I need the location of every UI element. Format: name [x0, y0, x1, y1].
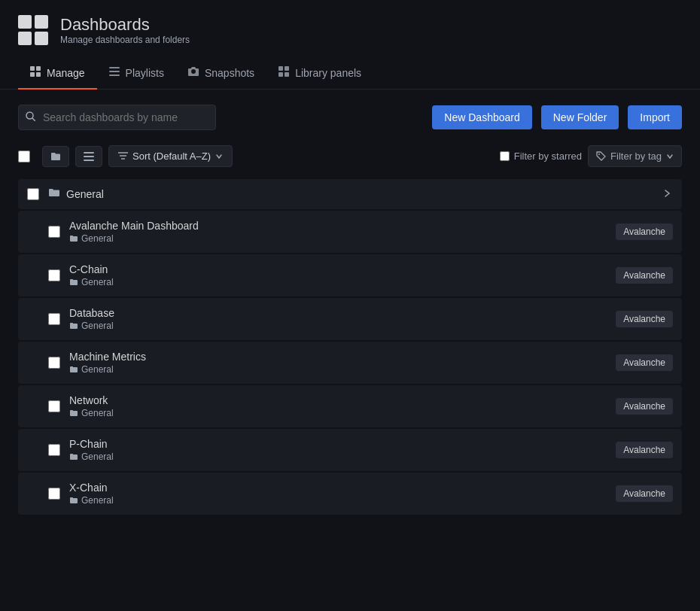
item-name-5: P-Chain: [69, 438, 616, 450]
item-checkbox-3[interactable]: [48, 357, 60, 369]
item-folder-icon-2: [69, 321, 78, 330]
select-all-checkbox[interactable]: [18, 150, 30, 163]
svg-rect-15: [84, 160, 94, 161]
item-checkbox-4[interactable]: [48, 400, 60, 412]
squares-icon: [278, 66, 289, 79]
item-folder-2: General: [69, 321, 616, 331]
item-tag-6: Avalanche: [616, 485, 673, 502]
search-icon: [26, 111, 35, 123]
tab-playlists-label: Playlists: [126, 67, 164, 79]
filter-starred-checkbox[interactable]: [500, 151, 510, 161]
camera-icon: [188, 66, 199, 79]
tab-playlists[interactable]: Playlists: [97, 57, 176, 90]
folder-general[interactable]: General: [18, 179, 682, 209]
list-view-icon: [84, 151, 94, 162]
tab-library-panels[interactable]: Library panels: [266, 57, 373, 90]
folder-chevron-icon: [662, 188, 673, 201]
sort-button[interactable]: Sort (Default A–Z): [108, 145, 233, 167]
item-folder-1: General: [69, 277, 616, 287]
item-checkbox-6[interactable]: [48, 488, 60, 500]
item-tag-3: Avalanche: [616, 354, 673, 371]
tab-bar: Manage Playlists Snapshots: [0, 57, 700, 90]
list-view-button[interactable]: [75, 146, 102, 167]
item-info-0: Avalanche Main Dashboard General: [69, 220, 616, 244]
item-name-2: Database: [69, 307, 616, 319]
item-tag-0: Avalanche: [616, 223, 673, 240]
grid-icon: [30, 66, 41, 79]
svg-rect-13: [84, 152, 94, 154]
list-icon: [109, 66, 120, 79]
svg-rect-3: [36, 72, 41, 77]
new-dashboard-button[interactable]: New Dashboard: [432, 105, 531, 129]
folder-icon: [48, 187, 60, 202]
dashboard-item[interactable]: Avalanche Main Dashboard General Avalanc…: [18, 211, 682, 253]
item-folder-4: General: [69, 408, 616, 418]
filter-tag-button[interactable]: Filter by tag: [588, 145, 682, 167]
dashboard-item[interactable]: Network General Avalanche: [18, 385, 682, 427]
item-checkbox-2[interactable]: [48, 313, 60, 325]
svg-rect-2: [30, 72, 35, 77]
folder-general-name: General: [66, 188, 104, 200]
svg-rect-1: [36, 66, 41, 71]
svg-rect-5: [109, 71, 120, 72]
sort-label: Sort (Default A–Z): [132, 150, 211, 162]
svg-point-19: [598, 154, 600, 155]
dashboard-item[interactable]: Machine Metrics General Avalanche: [18, 342, 682, 384]
item-name-3: Machine Metrics: [69, 351, 616, 363]
svg-rect-4: [109, 67, 120, 68]
dashboard-item[interactable]: P-Chain General Avalanche: [18, 429, 682, 471]
svg-rect-0: [30, 66, 35, 71]
sort-icon: [118, 151, 128, 161]
tab-manage[interactable]: Manage: [18, 57, 97, 90]
tag-icon: [596, 151, 606, 161]
svg-rect-7: [278, 66, 283, 71]
svg-rect-10: [285, 72, 289, 77]
tab-library-panels-label: Library panels: [295, 67, 361, 79]
search-wrapper: [18, 105, 216, 130]
item-tag-5: Avalanche: [616, 442, 673, 458]
item-info-6: X-Chain General: [69, 482, 616, 506]
svg-rect-6: [109, 74, 120, 76]
item-name-0: Avalanche Main Dashboard: [69, 220, 616, 232]
dashboard-items: Avalanche Main Dashboard General Avalanc…: [18, 211, 682, 515]
dashboard-item[interactable]: Database General Avalanche: [18, 298, 682, 340]
item-folder-6: General: [69, 495, 616, 506]
item-checkbox-5[interactable]: [48, 444, 60, 456]
item-tag-1: Avalanche: [616, 267, 673, 284]
toolbar: New Dashboard New Folder Import: [0, 90, 700, 145]
item-info-2: Database General: [69, 307, 616, 331]
dashboard-item[interactable]: C-Chain General Avalanche: [18, 254, 682, 296]
svg-rect-14: [84, 156, 94, 157]
item-checkbox-0[interactable]: [48, 226, 60, 238]
search-input[interactable]: [18, 105, 216, 130]
item-folder-5: General: [69, 451, 616, 462]
item-name-1: C-Chain: [69, 263, 616, 275]
item-folder-icon-5: [69, 452, 78, 461]
folder-general-checkbox[interactable]: [27, 188, 39, 200]
import-button[interactable]: Import: [628, 105, 682, 129]
item-tag-2: Avalanche: [616, 311, 673, 327]
item-folder-icon-6: [69, 496, 78, 505]
page-subtitle: Manage dashboards and folders: [60, 35, 190, 45]
page-title: Dashboards: [60, 15, 190, 35]
view-controls: Sort (Default A–Z) Filter by starred Fil…: [0, 145, 700, 179]
item-tag-4: Avalanche: [616, 398, 673, 415]
tab-snapshots[interactable]: Snapshots: [176, 57, 266, 90]
item-checkbox-1[interactable]: [48, 269, 60, 281]
folder-view-button[interactable]: [42, 146, 69, 167]
dashboards-icon: [18, 15, 48, 45]
filter-starred-label[interactable]: Filter by starred: [500, 150, 582, 162]
item-info-4: Network General: [69, 394, 616, 418]
item-name-6: X-Chain: [69, 482, 616, 494]
dashboard-item[interactable]: X-Chain General Avalanche: [18, 473, 682, 515]
dashboard-list: General Avalanche Main Dashboard General…: [0, 179, 700, 515]
new-folder-button[interactable]: New Folder: [541, 105, 619, 129]
filter-tag-chevron-icon: [666, 153, 674, 160]
svg-line-12: [32, 118, 35, 121]
tab-manage-label: Manage: [47, 67, 85, 79]
page-header: Dashboards Manage dashboards and folders: [0, 0, 700, 57]
folder-view-icon: [50, 151, 61, 162]
item-name-4: Network: [69, 394, 616, 406]
item-folder-icon-3: [69, 365, 78, 374]
item-info-3: Machine Metrics General: [69, 351, 616, 375]
